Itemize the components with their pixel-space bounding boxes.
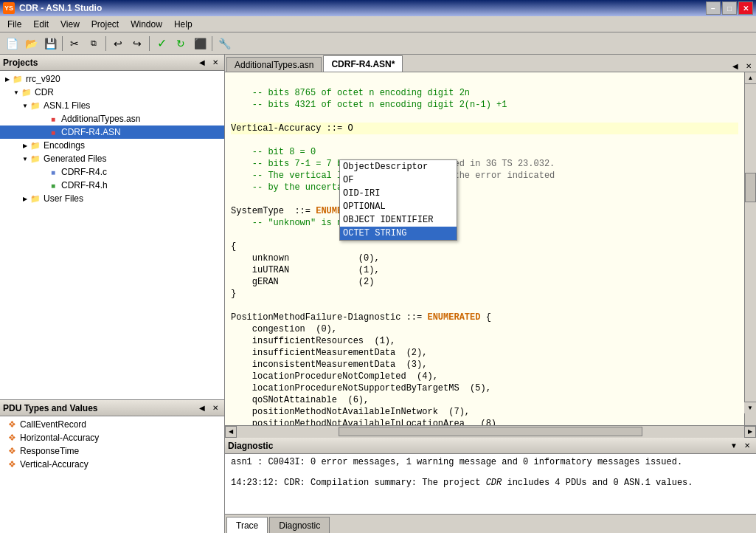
autocomplete-item-objectidentifier[interactable]: OBJECT IDENTIFIER [340, 213, 457, 227]
projects-pin-button[interactable]: ◀ [196, 57, 208, 69]
scroll-left-button[interactable]: ◀ [225, 426, 237, 438]
separator-1 [62, 36, 63, 51]
menu-file[interactable]: File [1, 18, 27, 31]
tree-label-generated: Generated Files [44, 154, 106, 164]
diagnostic-panel: Diagnostic ▼ ✕ asn1 : C0043I: 0 error me… [225, 437, 756, 533]
separator-2 [105, 36, 106, 51]
pdu-item-hacc[interactable]: ❖ Horizontal-Accuracy [0, 431, 224, 444]
folder-icon-generated: 📁 [30, 153, 41, 165]
diag-message-3: 14:23:12: CDR: Compilation summary: The … [231, 478, 750, 488]
tree-arrow-cdr[interactable]: ▼ [12, 88, 21, 97]
tree-spacer-c [38, 168, 47, 176]
tree-spacer-cdrf [38, 128, 47, 137]
tab-cdrf[interactable]: CDRF-R4.ASN* [323, 55, 403, 72]
tree-item-encodings[interactable]: ▶ 📁 Encodings [0, 139, 224, 152]
project-tree: ▶ 📁 rrc_v920 ▼ 📁 CDR ▼ 📁 ASN.1 Files [0, 71, 224, 399]
scroll-thumb[interactable] [745, 173, 756, 202]
minimize-button[interactable]: − [706, 1, 721, 15]
pdu-icon-resptime: ❖ [6, 445, 18, 457]
tree-item-cdrf-c[interactable]: ■ CDRF-R4.c [0, 165, 224, 179]
diag-message-2 [231, 467, 750, 478]
editor-content[interactable]: -- bits 8765 of octet n encoding digit 2… [225, 72, 744, 425]
tab-bar: AdditionalTypes.asn CDRF-R4.ASN* ◀ ✕ [225, 55, 756, 72]
pdu-item-callrecord[interactable]: ❖ CallEventRecord [0, 418, 224, 431]
diag-close-button[interactable]: ✕ [741, 440, 753, 452]
tree-spacer-h [38, 181, 47, 190]
menu-help[interactable]: Help [168, 18, 198, 31]
bottom-tab-diagnostic[interactable]: Diagnostic [269, 517, 330, 533]
pdu-label-vacc: Vertical-Accuracy [20, 459, 89, 470]
pdu-icon-callrecord: ❖ [6, 419, 18, 430]
tree-arrow-asn1[interactable]: ▼ [21, 101, 30, 110]
projects-close-button[interactable]: ✕ [209, 57, 221, 69]
pdu-tree: ❖ CallEventRecord ❖ Horizontal-Accuracy … [0, 416, 224, 533]
file-icon-addtypes: ■ [47, 113, 59, 125]
menu-view[interactable]: View [55, 18, 86, 31]
tree-label-rrc: rrc_v920 [26, 74, 60, 84]
tree-label-h: CDRF-R4.h [61, 180, 108, 190]
compile-button[interactable]: ↻ [172, 35, 190, 52]
redo-button[interactable]: ↪ [128, 35, 146, 52]
tree-item-addtypes[interactable]: ■ AdditionalTypes.asn [0, 112, 224, 125]
stop-button[interactable]: ⬛ [191, 35, 209, 52]
pdu-icon-hacc: ❖ [6, 432, 18, 444]
check-button[interactable]: ✓ [153, 35, 170, 52]
menu-edit[interactable]: Edit [27, 18, 55, 31]
pdu-item-vacc[interactable]: ❖ Vertical-Accuracy [0, 458, 224, 471]
tree-arrow-encodings[interactable]: ▶ [21, 141, 30, 150]
pdu-pin-button[interactable]: ◀ [196, 402, 208, 414]
diagnostic-content[interactable]: asn1 : C0043I: 0 error messages, 1 warni… [225, 454, 756, 514]
tree-arrow-rrc[interactable]: ▶ [3, 75, 12, 83]
bottom-tab-trace-label: Trace [236, 520, 258, 531]
pdu-item-resptime[interactable]: ❖ ResponseTime [0, 444, 224, 458]
save-button[interactable]: 💾 [41, 35, 59, 52]
tree-item-userfiles[interactable]: ▶ 📁 User Files [0, 192, 224, 205]
tree-item-generated[interactable]: ▼ 📁 Generated Files [0, 152, 224, 165]
tab-addtypes[interactable]: AdditionalTypes.asn [226, 57, 322, 72]
bottom-tab-diagnostic-label: Diagnostic [279, 520, 320, 531]
h-scroll-thumb[interactable] [339, 427, 643, 436]
cut-button[interactable]: ✂ [66, 35, 83, 52]
diag-pin-button[interactable]: ▼ [728, 440, 740, 452]
editor-scrollbar[interactable]: ▲ ▼ [744, 72, 756, 425]
autocomplete-item-optional[interactable]: OPTIONAL [340, 200, 457, 213]
tree-item-cdrf-r4[interactable]: ■ CDRF-R4.ASN [0, 125, 224, 139]
pdu-label-resptime: ResponseTime [20, 446, 79, 456]
tree-label-c: CDRF-R4.c [61, 167, 107, 177]
close-button[interactable]: ✕ [738, 1, 753, 15]
pdu-panel: PDU Types and Values ◀ ✕ ❖ CallEventReco… [0, 400, 224, 533]
undo-button[interactable]: ↩ [109, 35, 127, 52]
tree-item-cdr[interactable]: ▼ 📁 CDR [0, 86, 224, 99]
projects-panel-header: Projects ◀ ✕ [0, 55, 224, 71]
file-icon-cdrf: ■ [47, 126, 59, 138]
copy-button[interactable]: ⧉ [85, 35, 103, 52]
new-button[interactable]: 📄 [3, 35, 21, 52]
autocomplete-item-oidiri[interactable]: OID-IRI [340, 187, 457, 200]
pdu-close-button[interactable]: ✕ [209, 402, 221, 414]
app-icon: YS [3, 2, 15, 14]
diagnostic-header: Diagnostic ▼ ✕ [225, 438, 756, 454]
menu-project[interactable]: Project [86, 18, 125, 31]
scroll-down-button[interactable]: ▼ [744, 402, 756, 413]
tab-collapse-button[interactable]: ◀ [729, 60, 741, 72]
tab-actions: ◀ ✕ [729, 60, 755, 72]
bottom-tab-trace[interactable]: Trace [226, 517, 268, 533]
menu-window[interactable]: Window [125, 18, 168, 31]
settings-button[interactable]: 🔧 [215, 35, 233, 52]
autocomplete-item-octetstring[interactable]: OCTET STRING [340, 227, 457, 240]
autocomplete-item-of[interactable]: OF [340, 173, 457, 187]
maximize-button[interactable]: □ [722, 1, 737, 15]
scroll-right-button[interactable]: ▶ [744, 426, 756, 438]
tree-arrow-userfiles[interactable]: ▶ [21, 194, 30, 203]
autocomplete-item-objectdescriptor[interactable]: ObjectDescriptor [340, 160, 457, 173]
folder-icon-encodings: 📁 [30, 140, 41, 151]
tree-item-asn1files[interactable]: ▼ 📁 ASN.1 Files [0, 99, 224, 112]
scroll-track[interactable] [237, 426, 744, 438]
tree-item-cdrf-h[interactable]: ■ CDRF-R4.h [0, 179, 224, 192]
folder-icon-rrc: 📁 [12, 73, 24, 85]
tree-item-rrc[interactable]: ▶ 📁 rrc_v920 [0, 72, 224, 86]
open-button[interactable]: 📂 [22, 35, 40, 52]
tab-close-button[interactable]: ✕ [743, 60, 755, 72]
tree-arrow-generated[interactable]: ▼ [21, 154, 30, 163]
scroll-up-button[interactable]: ▲ [745, 72, 756, 84]
